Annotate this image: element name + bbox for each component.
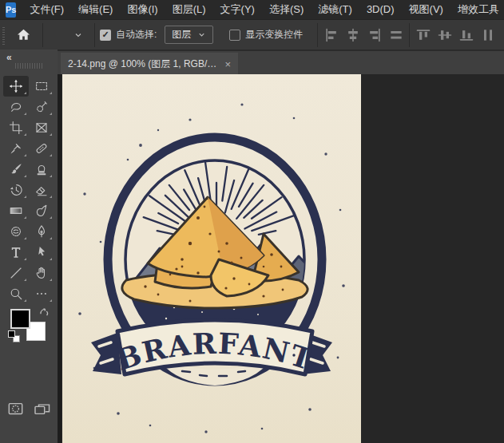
line-tool[interactable] — [3, 263, 29, 283]
menu-item-9[interactable]: 视图(V) — [402, 0, 450, 19]
logo-artwork: BAEANBNEEREED — [62, 74, 361, 443]
align-top-icon[interactable] — [415, 26, 431, 43]
gradient-tool[interactable] — [3, 200, 29, 221]
screen-mode-icon[interactable] — [34, 402, 51, 420]
eraser-tool[interactable] — [29, 180, 54, 200]
hand-tool[interactable] — [29, 263, 54, 283]
menu-items: 文件(F)编辑(E)图像(I)图层(L)文字(Y)选择(S)滤镜(T)3D(D)… — [22, 0, 504, 19]
menu-item-6[interactable]: 选择(S) — [262, 0, 311, 19]
auto-select-target-dropdown[interactable]: 图层 — [165, 26, 213, 44]
options-bar: ✓ 自动选择: 图层 显示变换控件 — [0, 19, 504, 49]
menu-item-2[interactable]: 编辑(E) — [71, 0, 120, 19]
separator — [94, 23, 95, 47]
align-left-icon[interactable] — [323, 26, 339, 43]
swap-colors-icon[interactable] — [38, 307, 50, 321]
foreground-color-swatch[interactable] — [10, 309, 30, 329]
move-icon — [54, 27, 68, 43]
show-transform-label: 显示变换控件 — [245, 28, 303, 42]
auto-select-label: 自动选择: — [116, 28, 157, 42]
home-icon — [16, 27, 31, 42]
align-bottom-icon[interactable] — [458, 26, 474, 43]
menu-item-4[interactable]: 图层(L) — [165, 0, 213, 19]
collapse-panel-icon[interactable]: « — [6, 52, 11, 63]
pen-tool[interactable] — [29, 221, 54, 242]
menu-item-7[interactable]: 滤镜(T) — [311, 0, 359, 19]
tab-bar: 2-14.png @ 100% (图层 1, RGB/8#) × — [58, 49, 504, 74]
rectangular-marquee-tool[interactable] — [29, 76, 54, 97]
eyedropper-tool[interactable] — [3, 138, 29, 159]
crop-tool[interactable] — [3, 117, 29, 138]
home-button[interactable] — [10, 24, 38, 46]
align-vertical-center-icon[interactable] — [436, 26, 453, 43]
tools-grid — [3, 76, 54, 304]
separator — [409, 23, 410, 47]
menu-item-10[interactable]: 增效工具 — [450, 0, 504, 19]
default-foreground-swatch — [8, 330, 15, 338]
history-brush-tool[interactable] — [3, 180, 29, 200]
menu-item-5[interactable]: 文字(Y) — [213, 0, 262, 19]
options-bar-grip[interactable] — [2, 26, 5, 45]
quick-mask-icon[interactable] — [8, 402, 23, 419]
frame-tool[interactable] — [29, 117, 54, 138]
clone-stamp-tool[interactable] — [29, 159, 54, 180]
brush-tool[interactable] — [3, 159, 29, 180]
edit-toolbar-icon[interactable] — [29, 283, 54, 304]
align-group-vertical — [415, 26, 496, 43]
document-tab[interactable]: 2-14.png @ 100% (图层 1, RGB/8#) × — [61, 53, 238, 76]
chevron-down-icon — [197, 30, 206, 39]
tab-close-icon[interactable]: × — [224, 58, 231, 70]
default-colors-icon[interactable] — [8, 330, 20, 342]
path-selection-tool[interactable] — [29, 242, 54, 263]
distribute-horizontal-icon[interactable] — [387, 26, 404, 43]
type-tool[interactable] — [3, 242, 29, 263]
tools-panel-grip[interactable] — [15, 63, 42, 69]
separator — [42, 23, 43, 47]
menubar: Ps 文件(F)编辑(E)图像(I)图层(L)文字(Y)选择(S)滤镜(T)3D… — [0, 0, 504, 19]
document-tab-title: 2-14.png @ 100% (图层 1, RGB/8#) — [68, 57, 218, 71]
auto-select-target-value: 图层 — [172, 28, 191, 42]
lasso-tool[interactable] — [3, 97, 29, 117]
move-tool[interactable] — [3, 76, 29, 97]
canvas-area: BAEANBNEEREED — [58, 74, 504, 443]
distribute-vertical-icon[interactable] — [479, 26, 496, 43]
photoshop-logo[interactable]: Ps — [6, 2, 16, 18]
quick-selection-tool[interactable] — [29, 97, 54, 117]
move-tool-preset[interactable] — [48, 24, 89, 46]
chevron-down-icon — [73, 30, 83, 40]
auto-select-checkbox[interactable]: ✓ — [100, 30, 111, 41]
menu-item-1[interactable]: 文件(F) — [22, 0, 71, 19]
menu-item-3[interactable]: 图像(I) — [120, 0, 165, 19]
tools-panel: « — [0, 49, 58, 443]
color-swatches — [0, 308, 58, 348]
align-right-icon[interactable] — [366, 26, 383, 43]
menu-item-8[interactable]: 3D(D) — [359, 0, 402, 19]
healing-brush-tool[interactable] — [29, 138, 54, 159]
show-transform-checkbox[interactable] — [229, 30, 240, 41]
dodge-tool[interactable] — [3, 221, 29, 242]
smudge-tool[interactable] — [29, 200, 54, 221]
separator — [317, 23, 318, 47]
align-group-horizontal — [323, 26, 404, 43]
align-horizontal-center-icon[interactable] — [344, 26, 361, 43]
open-document[interactable]: BAEANBNEEREED — [62, 74, 361, 443]
photoshop-window: Ps 文件(F)编辑(E)图像(I)图层(L)文字(Y)选择(S)滤镜(T)3D… — [0, 0, 504, 443]
zoom-tool[interactable] — [3, 283, 29, 304]
